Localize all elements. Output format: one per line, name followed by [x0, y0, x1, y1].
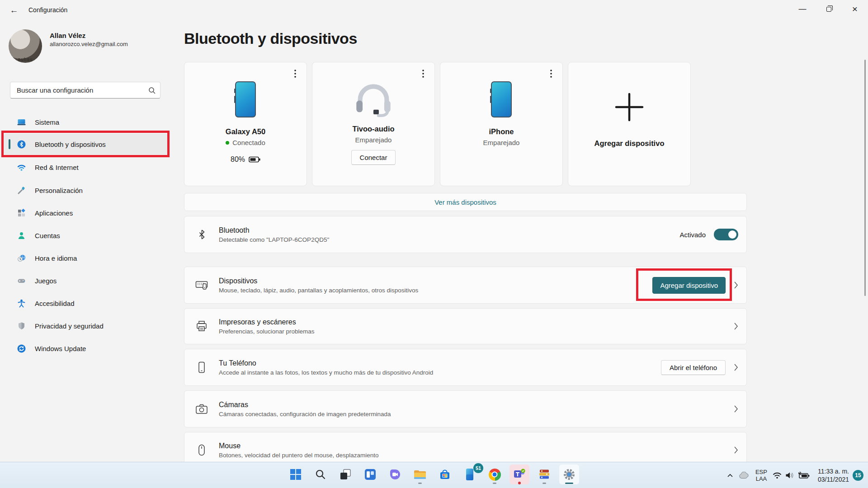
search-input[interactable] — [17, 86, 148, 94]
settings-button[interactable] — [559, 465, 579, 484]
row-dispositivos[interactable]: Dispositivos Mouse, teclado, lápiz, audi… — [184, 267, 747, 304]
row-text: Impresoras y escáneres Preferencias, sol… — [219, 318, 734, 335]
row-camaras[interactable]: Cámaras Cámaras conectadas, configuració… — [184, 390, 747, 427]
phone-device-icon — [235, 81, 256, 117]
scrollbar[interactable] — [864, 60, 866, 296]
minimize-button[interactable]: — — [789, 0, 816, 18]
row-text: Dispositivos Mouse, teclado, lápiz, audi… — [219, 277, 652, 294]
microsoft-store-icon — [439, 469, 451, 480]
row-impresoras[interactable]: Impresoras y escáneres Preferencias, sol… — [184, 308, 747, 344]
sidebar-item-label: Personalización — [35, 187, 83, 194]
chevron-right-icon — [734, 363, 738, 371]
active-indicator — [565, 483, 573, 484]
sidebar-item-label: Windows Update — [35, 345, 86, 352]
device-status: Emparejado — [483, 139, 520, 146]
row-subtitle: Mouse, teclado, lápiz, audio, pantallas … — [219, 287, 652, 294]
task-view-button[interactable] — [335, 465, 355, 484]
sidebar-item-cuentas[interactable]: Cuentas — [4, 225, 168, 246]
row-subtitle: Botones, velocidad del puntero del mouse… — [219, 452, 734, 459]
notification-badge: 51 — [473, 463, 483, 473]
onedrive-tray-button[interactable] — [736, 472, 752, 479]
page-title: Bluetooth y dispositivos — [184, 30, 357, 47]
taskbar-icons: 51 — [286, 465, 579, 484]
sidebar-item-label: Sistema — [35, 118, 59, 126]
sidebar-item-red-internet[interactable]: Red & Internet — [4, 157, 168, 178]
file-explorer-button[interactable] — [410, 465, 430, 484]
chevron-right-icon — [734, 322, 738, 330]
row-text: Mouse Botones, velocidad del puntero del… — [219, 442, 734, 459]
teams-button[interactable] — [509, 465, 529, 484]
sidebar-item-personalizacion[interactable]: Personalización — [4, 180, 168, 201]
mouse-icon — [184, 444, 219, 456]
microsoft-store-button[interactable] — [435, 465, 455, 484]
language-indicator[interactable]: ESP LAA — [755, 469, 767, 482]
close-button[interactable]: × — [842, 0, 868, 18]
chat-button[interactable] — [385, 465, 405, 484]
sidebar-item-label: Hora e idioma — [35, 254, 77, 262]
back-button[interactable]: ← — [7, 5, 21, 16]
start-button[interactable] — [286, 465, 306, 484]
add-device-card[interactable]: Agregar dispositivo — [568, 62, 691, 186]
sidebar-item-label: Bluetooth y dispositivos — [35, 141, 106, 148]
row-subtitle: Accede al instante a las fotos, los text… — [219, 369, 661, 376]
battery-tray-button[interactable] — [796, 471, 811, 479]
sidebar-item-juegos[interactable]: Juegos — [4, 270, 168, 291]
restore-icon — [826, 7, 831, 12]
running-indicator — [542, 483, 546, 484]
sidebar-item-privacidad[interactable]: Privacidad y seguridad — [4, 315, 168, 336]
personalization-icon — [17, 186, 26, 195]
chrome-button[interactable] — [485, 465, 505, 484]
windows-start-icon — [290, 469, 302, 480]
abrir-telefono-button[interactable]: Abrir el teléfono — [661, 360, 726, 375]
restore-button[interactable] — [816, 0, 842, 18]
sidebar: Allan Vélez allanorozco.velez@gmail.com … — [0, 21, 173, 462]
search-icon — [315, 469, 326, 480]
sidebar-item-aplicaciones[interactable]: Aplicaciones — [4, 202, 168, 223]
language-top: ESP — [755, 469, 767, 475]
device-name: Galaxy A50 — [226, 127, 265, 136]
row-tu-telefono[interactable]: Tu Teléfono Accede al instante a las fot… — [184, 349, 747, 386]
user-email: allanorozco.velez@gmail.com — [50, 41, 128, 47]
tray-expand-button[interactable] — [724, 473, 736, 478]
row-subtitle: Preferencias, solucionar problemas — [219, 328, 734, 335]
accessibility-icon — [17, 299, 26, 308]
sidebar-item-sistema[interactable]: Sistema — [4, 112, 168, 132]
your-phone-button[interactable]: 51 — [460, 465, 480, 484]
devices-icon — [184, 280, 219, 291]
search-box[interactable] — [10, 82, 160, 99]
row-text: Cámaras Cámaras conectadas, configuració… — [219, 401, 734, 418]
cloud-icon — [739, 472, 750, 479]
device-card-tivoo-audio[interactable]: Tivoo-audio Emparejado Conectar — [312, 62, 435, 186]
sidebar-item-accesibilidad[interactable]: Accesibilidad — [4, 293, 168, 314]
row-title: Impresoras y escáneres — [219, 318, 734, 326]
bluetooth-toggle[interactable] — [714, 229, 738, 240]
row-title: Tu Teléfono — [219, 359, 661, 367]
wifi-tray-button[interactable] — [771, 472, 783, 479]
device-card-galaxy-a50[interactable]: Galaxy A50 Conectado 80% — [184, 62, 307, 186]
battery-icon — [249, 156, 260, 163]
clock[interactable]: 11:33 a. m. 03/11/2021 — [818, 467, 849, 483]
widgets-button[interactable] — [360, 465, 380, 484]
connect-button[interactable]: Conectar — [351, 150, 396, 165]
bluetooth-icon — [17, 140, 26, 149]
phone-row-icon — [184, 361, 219, 373]
network-icon — [17, 163, 26, 172]
device-status: Emparejado — [355, 136, 392, 144]
sidebar-item-label: Privacidad y seguridad — [35, 322, 104, 330]
widgets-icon — [364, 469, 376, 480]
winrar-button[interactable] — [534, 465, 554, 484]
avatar[interactable] — [9, 29, 42, 63]
bluetooth-toggle-row[interactable]: Bluetooth Detectable como "LAPTOP-6COP2Q… — [184, 216, 747, 253]
agregar-dispositivo-button[interactable]: Agregar dispositivo — [652, 277, 726, 294]
row-title: Cámaras — [219, 401, 734, 409]
sidebar-item-bluetooth-y-dispositivos[interactable]: Bluetooth y dispositivos — [4, 134, 168, 155]
sidebar-item-label: Accesibilidad — [35, 300, 75, 307]
sidebar-item-hora-e-idioma[interactable]: Hora e idioma — [4, 248, 168, 268]
volume-tray-button[interactable] — [783, 472, 796, 479]
device-card-iphone[interactable]: iPhone Emparejado — [440, 62, 563, 186]
chevron-up-icon — [727, 473, 733, 478]
notification-center-badge[interactable]: 15 — [853, 470, 863, 481]
taskbar-search-button[interactable] — [311, 465, 330, 484]
ver-mas-dispositivos-button[interactable]: Ver más dispositivos — [184, 193, 747, 211]
sidebar-item-windows-update[interactable]: Windows Update — [4, 338, 168, 359]
